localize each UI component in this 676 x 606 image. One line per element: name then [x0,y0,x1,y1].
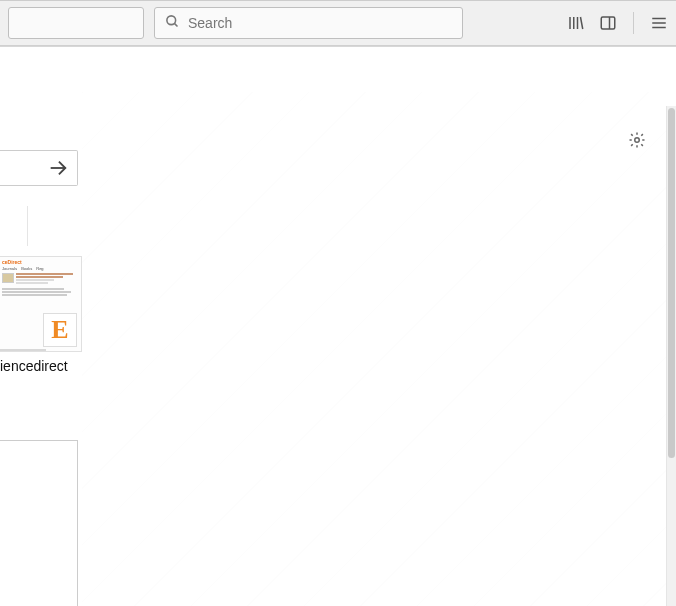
svg-point-11 [635,138,640,143]
search-bar[interactable] [154,7,463,39]
menu-icon[interactable] [650,14,668,32]
svg-line-1 [174,23,177,26]
svg-point-0 [167,15,176,24]
svg-rect-6 [601,17,615,29]
gear-icon[interactable] [628,131,646,153]
svg-line-5 [581,17,583,29]
search-input[interactable] [188,15,452,31]
shortcut-label: iencedirect [0,358,82,374]
page-content: ceDirect JournalsBooksReg E ie [0,46,676,606]
browser-toolbar [0,0,676,46]
panel-fragment-bottom [0,440,78,606]
toolbar-divider [633,12,634,34]
panel-fragment [0,206,28,246]
sidebar-icon[interactable] [599,14,617,32]
search-icon [165,14,180,33]
shortcut-thumbnail: ceDirect JournalsBooksReg E [0,256,82,352]
shortcut-tile[interactable]: ceDirect JournalsBooksReg E ie [0,256,82,374]
favicon-badge: E [43,313,77,347]
arrow-right-icon [47,157,69,179]
scrollbar-thumb[interactable] [668,108,675,458]
search-submit-fragment[interactable] [0,150,78,186]
vertical-scrollbar[interactable] [666,106,676,606]
url-bar[interactable] [8,7,144,39]
thumbnail-brand: ceDirect [2,259,79,265]
library-icon[interactable] [567,14,585,32]
